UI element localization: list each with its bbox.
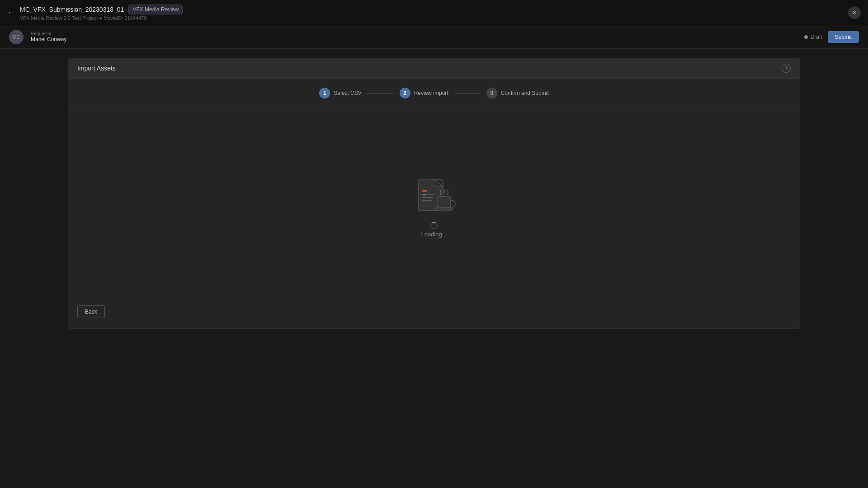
step-3-number: 3 bbox=[490, 90, 493, 96]
stepper: 1 Select CSV 2 Review import 3 Confirm a… bbox=[68, 79, 800, 108]
back-arrow-icon: ← bbox=[7, 9, 14, 17]
dialog-footer: Back bbox=[68, 298, 800, 325]
top-bar-right: ✕ bbox=[848, 6, 861, 19]
loading-illustration bbox=[409, 178, 459, 218]
back-navigation-button[interactable]: ← bbox=[7, 9, 14, 17]
requester-label: Requestor bbox=[31, 31, 66, 36]
sub-header: MC Requestor Mariel Conway Draft Submit bbox=[0, 25, 868, 49]
top-bar-left: ← MC_VFX_Submission_20230318_01 VFX Medi… bbox=[7, 5, 843, 21]
loading-content-area: Loading... bbox=[68, 108, 800, 298]
svg-rect-5 bbox=[422, 197, 433, 198]
step-3-label: Confirm and Submit bbox=[501, 90, 549, 96]
svg-point-9 bbox=[435, 207, 453, 211]
dialog-header: Import Assets ? bbox=[68, 58, 800, 79]
main-area: Import Assets ? 1 Select CSV 2 Review im… bbox=[0, 49, 868, 338]
submit-button[interactable]: Submit bbox=[828, 31, 859, 43]
step-1: 1 Select CSV bbox=[319, 88, 361, 99]
close-icon-button[interactable]: ✕ bbox=[848, 6, 861, 19]
import-assets-dialog: Import Assets ? 1 Select CSV 2 Review im… bbox=[68, 58, 800, 329]
svg-rect-6 bbox=[422, 200, 432, 202]
vfx-tag-badge: VFX Media Review bbox=[128, 5, 183, 14]
draft-status: Draft bbox=[804, 34, 822, 40]
step-2-number: 2 bbox=[403, 90, 406, 96]
loading-text-label: Loading... bbox=[421, 231, 447, 238]
loading-stack: Loading... bbox=[409, 178, 459, 238]
sub-header-right: Draft Submit bbox=[804, 31, 859, 43]
requester-name: Mariel Conway bbox=[31, 36, 66, 42]
requester-info: Requestor Mariel Conway bbox=[31, 31, 66, 42]
svg-rect-8 bbox=[437, 197, 451, 208]
draft-label: Draft bbox=[811, 34, 822, 40]
step-divider-1 bbox=[367, 93, 394, 94]
project-info: MC_VFX_Submission_20230318_01 VFX Media … bbox=[20, 5, 183, 21]
step-1-number: 1 bbox=[323, 90, 326, 96]
draft-dot-icon bbox=[804, 35, 808, 39]
spinner-icon bbox=[430, 222, 438, 229]
step-2-label: Review import bbox=[414, 90, 448, 96]
step-3: 3 Confirm and Submit bbox=[486, 88, 549, 99]
step-3-circle: 3 bbox=[486, 88, 497, 99]
project-subtitle: VFX Media Review 2.0 Test Project ● Movi… bbox=[20, 15, 183, 21]
step-2-circle: 2 bbox=[400, 88, 410, 99]
step-1-circle: 1 bbox=[319, 88, 330, 99]
svg-point-7 bbox=[423, 194, 425, 196]
help-icon-button[interactable]: ? bbox=[782, 64, 791, 73]
step-1-label: Select CSV bbox=[334, 90, 361, 96]
avatar: MC bbox=[9, 30, 24, 44]
step-divider-2 bbox=[454, 93, 481, 94]
back-button[interactable]: Back bbox=[77, 305, 105, 318]
project-title: MC_VFX_Submission_20230318_01 bbox=[20, 6, 124, 13]
question-mark-icon: ? bbox=[785, 66, 788, 71]
close-icon: ✕ bbox=[852, 9, 857, 16]
loading-indicator bbox=[430, 222, 438, 229]
top-bar: ← MC_VFX_Submission_20230318_01 VFX Medi… bbox=[0, 0, 868, 25]
svg-rect-3 bbox=[422, 190, 427, 192]
step-2: 2 Review import bbox=[400, 88, 448, 99]
dialog-title: Import Assets bbox=[77, 65, 116, 72]
